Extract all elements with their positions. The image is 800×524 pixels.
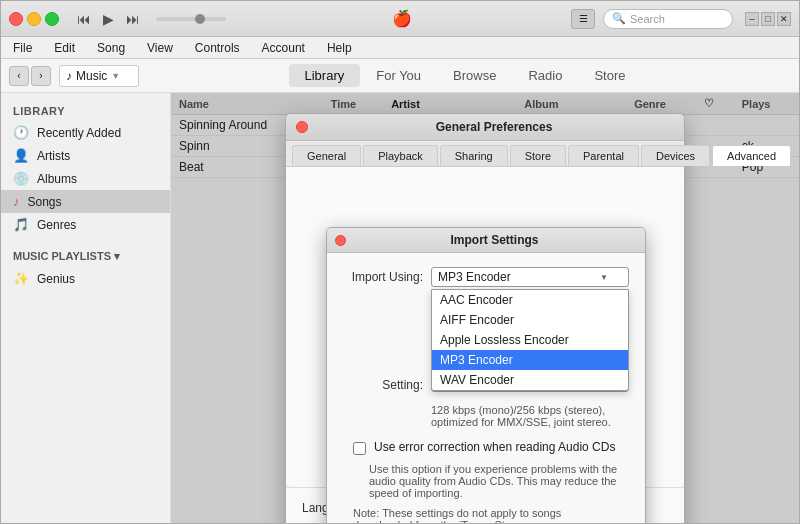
menu-account[interactable]: Account [258, 39, 309, 57]
general-prefs-title: General Preferences [314, 120, 674, 134]
sidebar-item-recently-added[interactable]: 🕐 Recently Added [1, 121, 170, 144]
menu-view[interactable]: View [143, 39, 177, 57]
prefs-tab-advanced[interactable]: Advanced [712, 145, 791, 166]
nav-arrows: ‹ › [9, 66, 51, 86]
menubar: File Edit Song View Controls Account Hel… [1, 37, 799, 59]
tab-library[interactable]: Library [289, 64, 361, 87]
prefs-tab-playback[interactable]: Playback [363, 145, 438, 166]
option-mp3[interactable]: MP3 Encoder [432, 350, 628, 370]
sidebar-item-artists[interactable]: 👤 Artists [1, 144, 170, 167]
import-using-dropdown[interactable]: MP3 Encoder AAC Encoder AIFF Encoder App… [431, 267, 629, 287]
search-box[interactable]: 🔍 Search [603, 9, 733, 29]
sidebar-item-genres[interactable]: 🎵 Genres [1, 213, 170, 236]
import-dialog-body: Import Using: MP3 Encoder AAC Encoder AI… [327, 253, 645, 523]
import-note: Note: These settings do not apply to son… [353, 507, 619, 523]
sidebar-item-songs[interactable]: ♪ Songs [1, 190, 170, 213]
main-content: Library 🕐 Recently Added 👤 Artists 💿 Alb… [1, 93, 799, 523]
import-close-button[interactable] [335, 235, 346, 246]
volume-slider[interactable] [156, 17, 226, 21]
list-view-button[interactable]: ☰ [571, 9, 595, 29]
general-prefs-close[interactable] [296, 121, 308, 133]
library-section-title: Library [1, 101, 170, 121]
close-button[interactable] [9, 12, 23, 26]
tab-store[interactable]: Store [578, 64, 641, 87]
artists-icon: 👤 [13, 148, 29, 163]
sidebar-item-songs-label: Songs [28, 195, 62, 209]
genius-icon: ✨ [13, 271, 29, 286]
tab-browse[interactable]: Browse [437, 64, 512, 87]
songs-icon: ♪ [13, 194, 20, 209]
option-apple-lossless[interactable]: Apple Lossless Encoder [432, 330, 628, 350]
import-using-label: Import Using: [343, 270, 423, 284]
playlists-title[interactable]: Music Playlists ▾ [1, 246, 170, 267]
general-prefs-tabs: General Playback Sharing Store Parental … [286, 141, 684, 167]
playlists-section: Music Playlists ▾ ✨ Genius [1, 246, 170, 290]
win-restore[interactable]: □ [761, 12, 775, 26]
sidebar-item-genius[interactable]: ✨ Genius [1, 267, 170, 290]
transport-controls: ⏮ ▶ ⏭ [73, 9, 144, 29]
window-controls [9, 12, 59, 26]
music-icon: ♪ [66, 69, 72, 83]
prefs-tab-parental[interactable]: Parental [568, 145, 639, 166]
win-controls: – □ ✕ [745, 12, 791, 26]
play-button[interactable]: ▶ [99, 9, 118, 29]
import-settings-dialog: Import Settings Import Using: MP3 Encode… [326, 227, 646, 523]
general-prefs-dialog: General Preferences General Playback Sha… [285, 113, 685, 523]
titlebar-right: ☰ 🔍 Search – □ ✕ [571, 9, 791, 29]
menu-file[interactable]: File [9, 39, 36, 57]
error-correction-checkbox[interactable] [353, 442, 366, 455]
sidebar-item-genres-label: Genres [37, 218, 76, 232]
tab-radio[interactable]: Radio [512, 64, 578, 87]
recently-added-icon: 🕐 [13, 125, 29, 140]
import-using-value: MP3 Encoder [438, 270, 511, 284]
nav-location: ♪ Music ▼ [59, 65, 139, 87]
prefs-tab-sharing[interactable]: Sharing [440, 145, 508, 166]
menu-help[interactable]: Help [323, 39, 356, 57]
menu-song[interactable]: Song [93, 39, 129, 57]
albums-icon: 💿 [13, 171, 29, 186]
general-prefs-content: Import Settings Import Using: MP3 Encode… [286, 167, 684, 487]
win-minimize[interactable]: – [745, 12, 759, 26]
apple-logo: 🍎 [238, 9, 565, 28]
error-correction-label: Use error correction when reading Audio … [374, 440, 615, 454]
setting-label: Setting: [343, 378, 423, 392]
rewind-button[interactable]: ⏮ [73, 9, 95, 29]
import-using-select[interactable]: MP3 Encoder [431, 267, 629, 287]
option-aac[interactable]: AAC Encoder [432, 290, 628, 310]
option-wav[interactable]: WAV Encoder [432, 370, 628, 390]
search-icon: 🔍 [612, 12, 626, 25]
win-close[interactable]: ✕ [777, 12, 791, 26]
sidebar: Library 🕐 Recently Added 👤 Artists 💿 Alb… [1, 93, 171, 523]
menu-controls[interactable]: Controls [191, 39, 244, 57]
tab-for-you[interactable]: For You [360, 64, 437, 87]
main-window: ⏮ ▶ ⏭ 🍎 ☰ 🔍 Search – □ ✕ File Edit Song … [0, 0, 800, 524]
search-placeholder: Search [630, 13, 665, 25]
import-using-row: Import Using: MP3 Encoder AAC Encoder AI… [343, 267, 629, 287]
overlay: General Preferences General Playback Sha… [171, 93, 799, 523]
nav-location-text: Music [76, 69, 107, 83]
import-title: Import Settings [352, 233, 637, 247]
option-aiff[interactable]: AIFF Encoder [432, 310, 628, 330]
prefs-tab-store[interactable]: Store [510, 145, 566, 166]
forward-button[interactable]: ⏭ [122, 9, 144, 29]
nav-tabs: Library For You Browse Radio Store [139, 64, 791, 87]
quality-text: 128 kbps (mono)/256 kbps (stereo), optim… [431, 404, 629, 428]
import-titlebar: Import Settings [327, 228, 645, 253]
prefs-tab-general[interactable]: General [292, 145, 361, 166]
nav-forward[interactable]: › [31, 66, 51, 86]
nav-back[interactable]: ‹ [9, 66, 29, 86]
prefs-tab-devices[interactable]: Devices [641, 145, 710, 166]
sidebar-item-artists-label: Artists [37, 149, 70, 163]
import-dropdown-list: AAC Encoder AIFF Encoder Apple Lossless … [431, 289, 629, 391]
menu-edit[interactable]: Edit [50, 39, 79, 57]
titlebar: ⏮ ▶ ⏭ 🍎 ☰ 🔍 Search – □ ✕ [1, 1, 799, 37]
sidebar-item-genius-label: Genius [37, 272, 75, 286]
sidebar-item-recently-added-label: Recently Added [37, 126, 121, 140]
sidebar-item-albums-label: Albums [37, 172, 77, 186]
maximize-button[interactable] [45, 12, 59, 26]
sidebar-item-albums[interactable]: 💿 Albums [1, 167, 170, 190]
nav-dropdown-icon: ▼ [111, 71, 120, 81]
genres-icon: 🎵 [13, 217, 29, 232]
minimize-button[interactable] [27, 12, 41, 26]
error-correction-desc: Use this option if you experience proble… [369, 463, 629, 499]
